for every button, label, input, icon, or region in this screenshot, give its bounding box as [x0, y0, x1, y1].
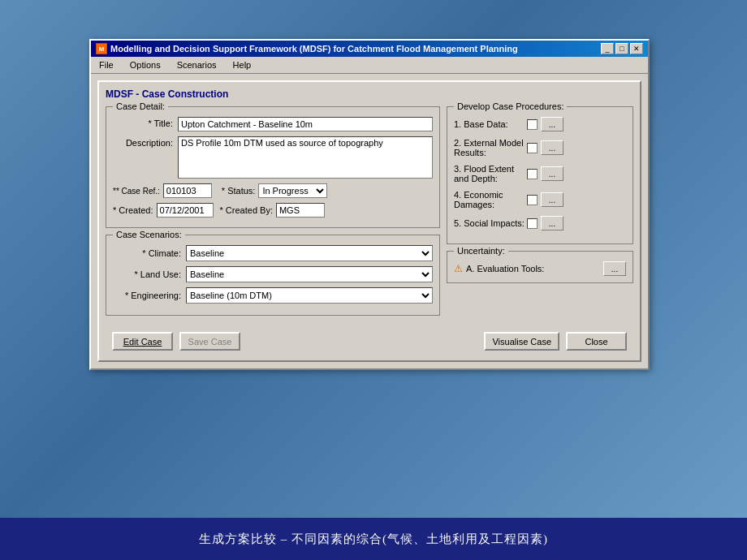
- climate-row: * Climate: Baseline: [113, 245, 433, 261]
- bottom-buttons: Edit Case Save Case Visualise Case Close: [106, 329, 633, 354]
- proc-row-2: 2. External Model Results: ...: [454, 138, 626, 157]
- proc-5-label: 5. Social Impacts:: [454, 218, 527, 228]
- proc-5-checkbox[interactable]: [527, 218, 538, 229]
- proc-1-button[interactable]: ...: [541, 117, 563, 131]
- uncertainty-button[interactable]: ...: [603, 261, 626, 276]
- engineering-row: * Engineering: Baseline (10m DTM): [113, 287, 433, 304]
- land-use-row: * Land Use: Baseline: [113, 266, 433, 282]
- bottom-banner: 生成方案比较 – 不同因素的综合(气候、土地利用及工程因素): [0, 518, 747, 560]
- menu-file[interactable]: File: [94, 58, 119, 71]
- created-label: * Created:: [113, 205, 153, 215]
- proc-2-checkbox[interactable]: [527, 143, 538, 153]
- visualise-case-button[interactable]: Visualise Case: [484, 332, 559, 351]
- description-row: Description: DS Profile 10m DTM used as …: [113, 136, 433, 179]
- status-label: * Status:: [222, 186, 256, 196]
- proc-1-checkbox[interactable]: [527, 119, 538, 130]
- proc-3-checkbox[interactable]: [527, 169, 538, 179]
- case-ref-row: ** Case Ref.: * Status: In Progress Comp…: [113, 183, 433, 198]
- title-label: * Title:: [113, 117, 178, 128]
- case-scenarios-group: Case Scenarios: * Climate: Baseline * La…: [106, 235, 440, 316]
- menu-bar: File Options Scenarios Help: [91, 57, 648, 74]
- uncertainty-row: ⚠ A. Evaluation Tools: ...: [454, 261, 626, 276]
- created-by-input[interactable]: [276, 203, 325, 218]
- save-case-button[interactable]: Save Case: [179, 332, 240, 351]
- procedures-group: Develop Case Procedures: 1. Base Data: .…: [447, 106, 633, 244]
- menu-options[interactable]: Options: [125, 58, 166, 71]
- left-panel: Case Detail: * Title: Description: DS Pr…: [106, 106, 440, 322]
- minimize-button[interactable]: _: [601, 43, 614, 54]
- proc-row-4: 4. Economic Damages: ...: [454, 190, 626, 209]
- dialog-title: MDSF - Case Construction: [106, 88, 633, 100]
- proc-3-button[interactable]: ...: [541, 166, 563, 181]
- proc-4-checkbox[interactable]: [527, 195, 538, 205]
- proc-row-5: 5. Social Impacts: ...: [454, 216, 626, 230]
- uncertainty-label: ⚠ A. Evaluation Tools:: [454, 263, 603, 274]
- dialog-content: Case Detail: * Title: Description: DS Pr…: [106, 106, 633, 322]
- dialog: MDSF - Case Construction Case Detail: * …: [97, 80, 641, 362]
- title-bar: M Modelling and Decision Support Framewo…: [91, 41, 648, 57]
- land-use-label: * Land Use:: [113, 269, 186, 279]
- proc-4-label: 4. Economic Damages:: [454, 190, 527, 209]
- case-scenarios-legend: Case Scenarios:: [113, 230, 185, 239]
- created-by-label: * Created By:: [220, 205, 273, 215]
- engineering-label: * Engineering:: [113, 291, 186, 300]
- proc-1-label: 1. Base Data:: [454, 119, 527, 129]
- created-row: * Created: * Created By:: [113, 203, 433, 218]
- engineering-select[interactable]: Baseline (10m DTM): [186, 287, 433, 304]
- edit-case-button[interactable]: Edit Case: [112, 332, 173, 351]
- proc-row-3: 3. Flood Extent and Depth: ...: [454, 164, 626, 183]
- climate-select[interactable]: Baseline: [186, 245, 433, 261]
- climate-label: * Climate:: [113, 248, 186, 258]
- created-input[interactable]: [157, 203, 214, 218]
- case-detail-group: Case Detail: * Title: Description: DS Pr…: [106, 106, 440, 228]
- procedures-legend: Develop Case Procedures:: [454, 101, 567, 111]
- proc-2-button[interactable]: ...: [541, 140, 563, 155]
- description-label: Description:: [113, 136, 178, 148]
- close-button[interactable]: Close: [566, 332, 627, 351]
- uncertainty-group: Uncertainty: ⚠ A. Evaluation Tools: ...: [447, 251, 633, 283]
- title-bar-controls: _ □ ✕: [601, 43, 643, 54]
- maximize-button[interactable]: □: [615, 43, 628, 54]
- case-ref-label: ** Case Ref.:: [113, 187, 160, 196]
- case-ref-input[interactable]: [163, 183, 212, 198]
- uncertainty-text: A. Evaluation Tools:: [466, 264, 544, 274]
- proc-row-1: 1. Base Data: ...: [454, 117, 626, 131]
- land-use-select[interactable]: Baseline: [186, 266, 433, 282]
- title-bar-left: M Modelling and Decision Support Framewo…: [96, 43, 518, 54]
- title-row: * Title:: [113, 117, 433, 131]
- proc-3-label: 3. Flood Extent and Depth:: [454, 164, 527, 183]
- proc-2-label: 2. External Model Results:: [454, 138, 527, 157]
- proc-4-button[interactable]: ...: [541, 192, 563, 207]
- menu-scenarios[interactable]: Scenarios: [172, 58, 222, 71]
- right-buttons: Visualise Case Close: [484, 332, 627, 351]
- left-buttons: Edit Case Save Case: [112, 332, 240, 351]
- title-input[interactable]: [178, 117, 433, 131]
- warning-icon: ⚠: [454, 263, 463, 274]
- main-window: M Modelling and Decision Support Framewo…: [89, 39, 650, 370]
- case-detail-legend: Case Detail:: [113, 101, 168, 111]
- status-select[interactable]: In Progress Complete Draft: [258, 183, 327, 198]
- close-window-button[interactable]: ✕: [630, 43, 643, 54]
- menu-help[interactable]: Help: [228, 58, 257, 71]
- proc-5-button[interactable]: ...: [541, 216, 563, 230]
- uncertainty-legend: Uncertainty:: [454, 246, 508, 256]
- right-panel: Develop Case Procedures: 1. Base Data: .…: [447, 106, 633, 322]
- app-icon: M: [96, 43, 107, 54]
- bottom-banner-text: 生成方案比较 – 不同因素的综合(气候、土地利用及工程因素): [199, 532, 548, 547]
- window-title: Modelling and Decision Support Framework…: [110, 44, 518, 54]
- description-input[interactable]: DS Profile 10m DTM used as source of top…: [178, 136, 433, 179]
